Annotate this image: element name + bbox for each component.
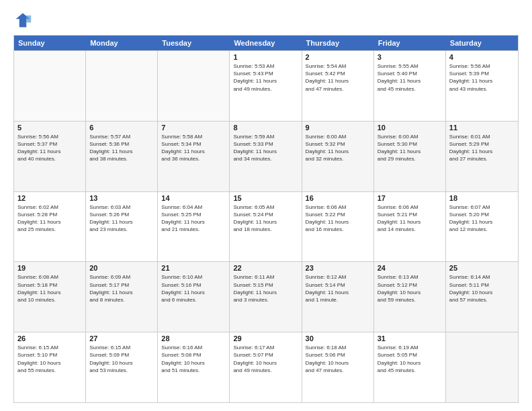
day-number: 13 [89,194,154,202]
day-number: 29 [233,334,298,342]
day-number: 27 [89,334,154,342]
day-info: Sunrise: 6:11 AM Sunset: 5:15 PM Dayligh… [233,273,298,304]
day-info: Sunrise: 6:01 AM Sunset: 5:29 PM Dayligh… [449,133,515,163]
day-info: Sunrise: 6:10 AM Sunset: 5:16 PM Dayligh… [161,273,226,304]
day-cell-1: 1Sunrise: 5:53 AM Sunset: 5:43 PM Daylig… [230,51,302,121]
day-info: Sunrise: 5:57 AM Sunset: 5:36 PM Dayligh… [89,133,154,163]
day-number: 14 [161,194,226,202]
day-number: 9 [306,124,370,132]
week-row-4: 19Sunrise: 6:08 AM Sunset: 5:18 PM Dayli… [14,261,518,332]
day-cell-24: 24Sunrise: 6:13 AM Sunset: 5:12 PM Dayli… [374,262,446,332]
day-cell-17: 17Sunrise: 6:06 AM Sunset: 5:21 PM Dayli… [374,192,446,262]
day-info: Sunrise: 6:18 AM Sunset: 5:06 PM Dayligh… [306,344,370,374]
day-number: 8 [233,124,298,132]
day-cell-21: 21Sunrise: 6:10 AM Sunset: 5:16 PM Dayli… [158,262,230,332]
day-number: 24 [378,264,442,272]
week-row-2: 5Sunrise: 5:56 AM Sunset: 5:37 PM Daylig… [14,121,518,191]
day-info: Sunrise: 6:08 AM Sunset: 5:18 PM Dayligh… [17,273,82,304]
day-info: Sunrise: 6:05 AM Sunset: 5:24 PM Dayligh… [233,203,298,234]
day-cell-28: 28Sunrise: 6:16 AM Sunset: 5:08 PM Dayli… [158,332,230,402]
day-info: Sunrise: 5:56 AM Sunset: 5:39 PM Dayligh… [449,62,515,93]
day-cell-4: 4Sunrise: 5:56 AM Sunset: 5:39 PM Daylig… [446,51,518,121]
day-info: Sunrise: 6:14 AM Sunset: 5:11 PM Dayligh… [449,273,515,304]
day-number: 18 [449,194,515,202]
day-number: 6 [89,124,154,132]
day-number: 19 [17,264,82,272]
day-number: 10 [378,124,442,132]
day-cell-2: 2Sunrise: 5:54 AM Sunset: 5:42 PM Daylig… [302,51,374,121]
day-cell-8: 8Sunrise: 5:59 AM Sunset: 5:33 PM Daylig… [230,122,302,191]
day-info: Sunrise: 6:00 AM Sunset: 5:32 PM Dayligh… [306,133,370,163]
day-cell-empty [14,51,86,121]
day-number: 3 [378,53,442,61]
day-number: 5 [17,124,82,132]
day-info: Sunrise: 6:16 AM Sunset: 5:08 PM Dayligh… [161,344,226,374]
weeks: 1Sunrise: 5:53 AM Sunset: 5:43 PM Daylig… [14,50,518,402]
logo-icon [13,11,32,30]
week-row-1: 1Sunrise: 5:53 AM Sunset: 5:43 PM Daylig… [14,50,518,121]
day-info: Sunrise: 6:13 AM Sunset: 5:12 PM Dayligh… [378,273,442,304]
day-number: 2 [306,53,370,61]
calendar: SundayMondayTuesdayWednesdayThursdayFrid… [13,35,519,403]
day-number: 15 [233,194,298,202]
day-cell-12: 12Sunrise: 6:02 AM Sunset: 5:28 PM Dayli… [14,192,86,262]
day-info: Sunrise: 5:56 AM Sunset: 5:37 PM Dayligh… [17,133,82,163]
day-cell-20: 20Sunrise: 6:09 AM Sunset: 5:17 PM Dayli… [86,262,158,332]
day-info: Sunrise: 6:02 AM Sunset: 5:28 PM Dayligh… [17,203,82,234]
day-cell-26: 26Sunrise: 6:15 AM Sunset: 5:10 PM Dayli… [14,332,86,402]
day-header-tuesday: Tuesday [158,36,230,50]
day-info: Sunrise: 5:53 AM Sunset: 5:43 PM Dayligh… [233,62,298,93]
day-cell-6: 6Sunrise: 5:57 AM Sunset: 5:36 PM Daylig… [86,122,158,191]
day-cell-31: 31Sunrise: 6:19 AM Sunset: 5:05 PM Dayli… [374,332,446,402]
day-number: 17 [378,194,442,202]
day-number: 26 [17,334,82,342]
day-number: 31 [378,334,442,342]
day-cell-30: 30Sunrise: 6:18 AM Sunset: 5:06 PM Dayli… [302,332,374,402]
day-number: 23 [306,264,370,272]
day-info: Sunrise: 6:15 AM Sunset: 5:09 PM Dayligh… [89,344,154,374]
week-row-5: 26Sunrise: 6:15 AM Sunset: 5:10 PM Dayli… [14,332,518,402]
day-info: Sunrise: 6:07 AM Sunset: 5:20 PM Dayligh… [449,203,515,234]
day-info: Sunrise: 6:03 AM Sunset: 5:26 PM Dayligh… [89,203,154,234]
day-cell-22: 22Sunrise: 6:11 AM Sunset: 5:15 PM Dayli… [230,262,302,332]
day-number: 16 [306,194,370,202]
day-header-saturday: Saturday [446,36,518,50]
day-info: Sunrise: 5:59 AM Sunset: 5:33 PM Dayligh… [233,133,298,163]
day-cell-13: 13Sunrise: 6:03 AM Sunset: 5:26 PM Dayli… [86,192,158,262]
day-header-sunday: Sunday [14,36,86,50]
day-number: 1 [233,53,298,61]
day-number: 12 [17,194,82,202]
day-cell-29: 29Sunrise: 6:17 AM Sunset: 5:07 PM Dayli… [230,332,302,402]
day-cell-5: 5Sunrise: 5:56 AM Sunset: 5:37 PM Daylig… [14,122,86,191]
day-number: 4 [449,53,515,61]
day-info: Sunrise: 6:00 AM Sunset: 5:30 PM Dayligh… [378,133,442,163]
day-number: 28 [161,334,226,342]
day-cell-25: 25Sunrise: 6:14 AM Sunset: 5:11 PM Dayli… [446,262,518,332]
day-cell-15: 15Sunrise: 6:05 AM Sunset: 5:24 PM Dayli… [230,192,302,262]
day-cell-27: 27Sunrise: 6:15 AM Sunset: 5:09 PM Dayli… [86,332,158,402]
day-cell-14: 14Sunrise: 6:04 AM Sunset: 5:25 PM Dayli… [158,192,230,262]
day-cell-18: 18Sunrise: 6:07 AM Sunset: 5:20 PM Dayli… [446,192,518,262]
day-info: Sunrise: 5:54 AM Sunset: 5:42 PM Dayligh… [306,62,370,93]
day-info: Sunrise: 6:17 AM Sunset: 5:07 PM Dayligh… [233,344,298,374]
day-cell-19: 19Sunrise: 6:08 AM Sunset: 5:18 PM Dayli… [14,262,86,332]
day-number: 25 [449,264,515,272]
day-number: 30 [306,334,370,342]
day-number: 11 [449,124,515,132]
day-number: 7 [161,124,226,132]
day-headers: SundayMondayTuesdayWednesdayThursdayFrid… [14,36,518,50]
day-number: 20 [89,264,154,272]
day-info: Sunrise: 6:12 AM Sunset: 5:14 PM Dayligh… [306,273,370,304]
day-cell-16: 16Sunrise: 6:06 AM Sunset: 5:22 PM Dayli… [302,192,374,262]
day-cell-11: 11Sunrise: 6:01 AM Sunset: 5:29 PM Dayli… [446,122,518,191]
header [13,11,519,30]
day-info: Sunrise: 6:06 AM Sunset: 5:21 PM Dayligh… [378,203,442,234]
day-cell-23: 23Sunrise: 6:12 AM Sunset: 5:14 PM Dayli… [302,262,374,332]
day-info: Sunrise: 6:06 AM Sunset: 5:22 PM Dayligh… [306,203,370,234]
day-header-friday: Friday [374,36,446,50]
day-cell-10: 10Sunrise: 6:00 AM Sunset: 5:30 PM Dayli… [374,122,446,191]
day-header-monday: Monday [86,36,158,50]
logo [13,11,35,30]
day-cell-empty [446,332,518,402]
day-info: Sunrise: 6:09 AM Sunset: 5:17 PM Dayligh… [89,273,154,304]
